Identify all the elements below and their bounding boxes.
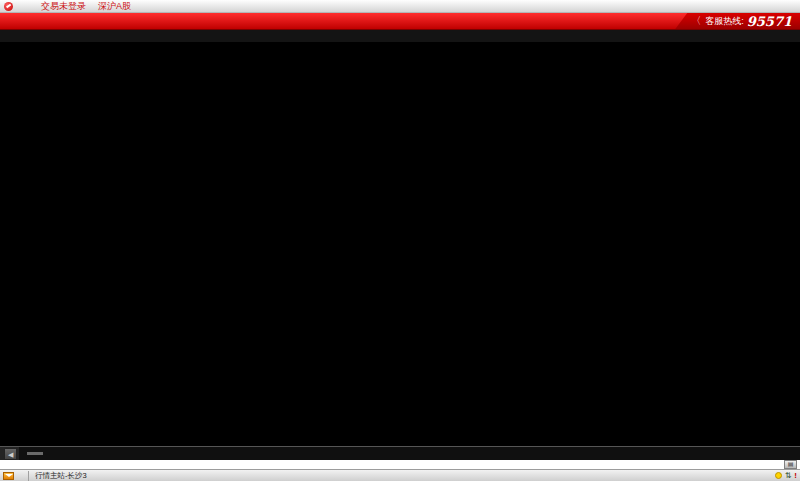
chevron-left-icon: 〈: [691, 14, 701, 28]
resize-grip[interactable]: [27, 452, 43, 455]
server-label: 行情主站-长沙3: [28, 471, 87, 481]
hotline-label: 客服热线:: [705, 15, 744, 28]
quote-table: [0, 42, 800, 446]
market-title: 深沪A股: [98, 0, 131, 13]
title-bar: 交易未登录 深沪A股: [0, 0, 800, 13]
hotline-number: 95571: [747, 14, 792, 29]
hotline-panel: 〈 客服热线: 95571: [675, 13, 800, 29]
alert-icon[interactable]: !: [794, 472, 797, 480]
nav-bar: 〈 客服热线: 95571: [0, 13, 800, 30]
info-bar: ▤: [0, 460, 800, 470]
quote-table-wrap: [0, 42, 800, 446]
tab-bar-filler: [19, 447, 800, 460]
trade-login-status: 交易未登录: [41, 0, 86, 13]
app-logo-icon: [4, 2, 13, 11]
app-window: 交易未登录 深沪A股 〈 客服热线: 95571 ◀ ▤ 行情主站-长沙3 ⇅: [0, 0, 800, 481]
tab-scroll-left-button[interactable]: ◀: [4, 448, 17, 460]
message-icon[interactable]: [3, 472, 14, 480]
bottom-tab-bar: ◀: [0, 446, 800, 460]
connection-status-icon[interactable]: [775, 472, 782, 479]
status-icons: ⇅ !: [775, 472, 797, 480]
info-expand-button[interactable]: ▤: [784, 460, 797, 469]
status-bar: 行情主站-长沙3 ⇅ !: [0, 470, 800, 481]
updown-arrows-icon[interactable]: ⇅: [785, 472, 792, 480]
view-tabs: [0, 30, 800, 42]
